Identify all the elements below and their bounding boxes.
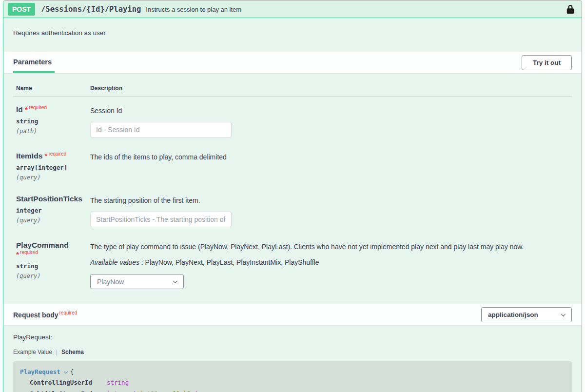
- chevron-down-icon: [64, 370, 68, 373]
- param-type: string: [16, 118, 90, 125]
- chevron-down-icon: [561, 312, 566, 316]
- parameters-table-header: Name Description: [13, 80, 572, 97]
- id-input[interactable]: [90, 122, 232, 137]
- available-values: : PlayNow, PlayNext, PlayLast, PlayInsta…: [141, 258, 319, 266]
- param-description-cell: Session Id: [90, 105, 572, 137]
- playcommand-selected-value: PlayNow: [97, 278, 124, 286]
- param-name: StartPositionTicks: [16, 195, 90, 203]
- schema-property-row: ControllingUserIdstring: [20, 377, 562, 388]
- schema-box: PlayRequest{ ControllingUserIdstring Sub…: [13, 361, 572, 392]
- column-header-description: Description: [90, 85, 572, 92]
- media-type-selected-value: application/json: [488, 311, 538, 318]
- param-name-cell: PlayCommand *required string (query): [16, 241, 90, 289]
- param-description: Session Id: [90, 107, 572, 115]
- table-row-param-id: Id *required string (path) Session Id: [13, 97, 572, 143]
- param-description: The type of play command to issue (PlayN…: [90, 243, 572, 251]
- parameters-table: Name Description Id *required string (pa…: [3, 73, 582, 304]
- property-type: integer(: [107, 390, 136, 392]
- chevron-down-icon: [173, 278, 178, 283]
- request-body-label: Request bodyrequired: [13, 310, 77, 319]
- open-brace: {: [70, 368, 74, 375]
- auth-lock-button[interactable]: [565, 4, 576, 14]
- required-label: required: [49, 151, 67, 157]
- schema-model-title[interactable]: PlayRequest: [20, 368, 60, 375]
- operation-summary-header[interactable]: POST /Sessions/{Id}/Playing Instructs a …: [3, 1, 582, 18]
- try-it-out-button[interactable]: Try it out: [522, 55, 572, 70]
- tab-schema[interactable]: Schema: [61, 349, 84, 355]
- tab-parameters[interactable]: Parameters: [13, 52, 55, 73]
- required-label: required: [20, 250, 38, 255]
- required-asterisk: *: [45, 152, 48, 160]
- available-values-label: Available values: [90, 258, 139, 266]
- tab-divider: |: [56, 349, 58, 355]
- param-name: ItemIds *required: [16, 151, 90, 160]
- table-row-param-startpositionticks: StartPositionTicks integer (query) The s…: [13, 187, 572, 233]
- table-row-param-itemids: ItemIds *required array[integer] (query)…: [13, 143, 572, 187]
- tab-example-value[interactable]: Example Value: [13, 349, 52, 355]
- endpoint-path: /Sessions/{Id}/Playing: [41, 5, 141, 14]
- param-description: The ids of the items to play, comma deli…: [90, 153, 572, 161]
- param-location: (query): [16, 174, 90, 181]
- property-name: SubtitleStreamIndex: [30, 389, 107, 392]
- property-type: string: [107, 379, 129, 386]
- required-label: required: [59, 310, 78, 315]
- auth-note: Requires authentication as user: [3, 18, 582, 52]
- param-type: string: [16, 262, 90, 270]
- schema-title-line: PlayRequest{: [20, 367, 562, 377]
- http-method-badge: POST: [8, 3, 35, 16]
- table-row-param-playcommand: PlayCommand *required string (query) The…: [13, 233, 572, 295]
- operation-block-post-sessions-playing: POST /Sessions/{Id}/Playing Instructs a …: [3, 0, 582, 392]
- request-body-model-section: PlayRequest: Example Value | Schema Play…: [3, 325, 582, 392]
- param-type: integer: [16, 207, 90, 214]
- param-name-cell: StartPositionTicks integer (query): [16, 195, 90, 227]
- param-name: Id *required: [16, 105, 90, 114]
- required-asterisk: *: [25, 105, 28, 114]
- param-description-cell: The type of play command to issue (PlayN…: [90, 241, 572, 289]
- parameters-section-header: Parameters Try it out: [3, 52, 582, 73]
- param-location: (path): [16, 128, 90, 135]
- param-location: (query): [16, 217, 90, 224]
- lock-icon: [566, 4, 575, 14]
- param-name-cell: ItemIds *required array[integer] (query): [16, 151, 90, 181]
- startpositionticks-input[interactable]: [90, 212, 232, 227]
- param-description-cell: The starting position of the first item.: [90, 195, 572, 227]
- property-name: ControllingUserId: [30, 377, 107, 388]
- param-name-cell: Id *required string (path): [16, 105, 90, 137]
- property-format: $int32, nullable: [136, 390, 195, 392]
- available-values-line: Available values : PlayNow, PlayNext, Pl…: [90, 258, 572, 266]
- playcommand-select[interactable]: PlayNow: [90, 274, 184, 289]
- property-type-suffix: ): [195, 390, 199, 392]
- param-location: (query): [16, 273, 90, 279]
- model-name: PlayRequest:: [13, 333, 572, 341]
- model-tabs: Example Value | Schema: [13, 349, 572, 355]
- param-description: The starting position of the first item.: [90, 196, 572, 204]
- column-header-name: Name: [16, 85, 90, 92]
- param-type: array[integer]: [16, 164, 90, 171]
- param-name: PlayCommand *required: [16, 241, 90, 259]
- request-body-section-header: Request bodyrequired application/json: [3, 304, 582, 325]
- media-type-select[interactable]: application/json: [481, 307, 572, 322]
- schema-property-row: SubtitleStreamIndexinteger($int32, nulla…: [20, 389, 562, 392]
- param-description-cell: The ids of the items to play, comma deli…: [90, 151, 572, 181]
- endpoint-summary: Instructs a session to play an item: [146, 6, 241, 13]
- required-label: required: [29, 105, 47, 110]
- required-asterisk: *: [16, 250, 19, 258]
